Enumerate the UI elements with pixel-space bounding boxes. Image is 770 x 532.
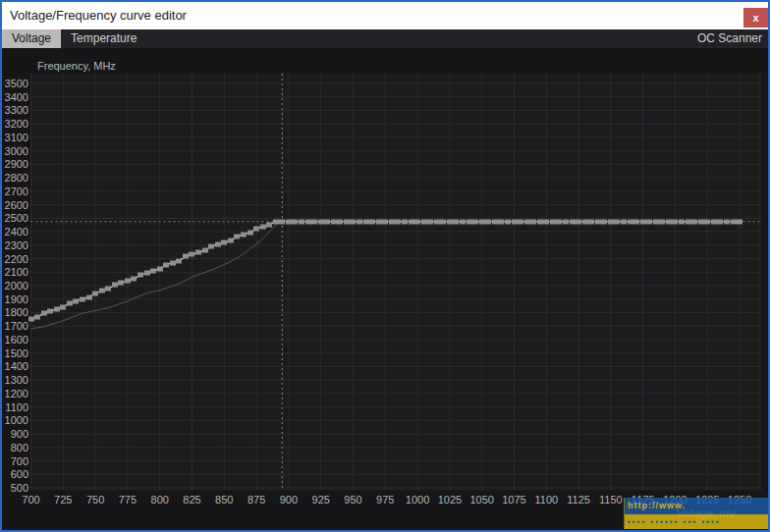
vf-curve-point[interactable] [582, 220, 588, 225]
vf-curve-point[interactable] [92, 292, 98, 296]
vf-curve-point[interactable] [118, 281, 124, 286]
vf-curve-point[interactable] [434, 220, 440, 225]
vf-curve-point[interactable] [691, 220, 697, 225]
vf-curve-point[interactable] [60, 305, 66, 310]
vf-curve-point[interactable] [99, 289, 105, 293]
vf-curve-point[interactable] [498, 220, 504, 225]
vf-curve-point[interactable] [183, 254, 189, 259]
vf-curve-point[interactable] [318, 220, 324, 225]
vf-curve-point[interactable] [601, 220, 607, 225]
vf-curve-point[interactable] [550, 220, 556, 225]
close-button[interactable]: x [743, 8, 768, 27]
vf-curve-point[interactable] [363, 220, 369, 225]
vf-curve-point[interactable] [253, 227, 259, 232]
vf-curve-point[interactable] [524, 220, 530, 225]
vf-curve-point[interactable] [711, 220, 717, 225]
vf-curve-point[interactable] [202, 248, 208, 253]
vf-curve-point[interactable] [337, 220, 343, 225]
vf-curve-point[interactable] [138, 273, 143, 278]
vf-curve-point[interactable] [614, 220, 620, 225]
vf-curve-point[interactable] [112, 283, 118, 288]
vf-curve-point[interactable] [279, 220, 285, 225]
vf-curve-point[interactable] [221, 240, 227, 245]
vf-curve-point[interactable] [472, 220, 478, 225]
vf-curve-point[interactable] [576, 220, 581, 225]
vf-curve-point[interactable] [273, 220, 279, 225]
vf-curve-point[interactable] [228, 239, 234, 243]
vf-curve-point[interactable] [518, 220, 523, 225]
vf-curve-point[interactable] [305, 220, 311, 225]
vf-curve-point[interactable] [170, 261, 176, 266]
vf-curve-point[interactable] [479, 220, 485, 225]
vf-curve-point[interactable] [248, 231, 253, 236]
vf-curve-point[interactable] [176, 259, 182, 264]
vf-curve-point[interactable] [737, 220, 742, 225]
vf-curve-point[interactable] [530, 220, 536, 225]
vf-curve-point[interactable] [608, 220, 614, 225]
vf-curve-point[interactable] [686, 220, 691, 225]
vf-curve-point[interactable] [350, 220, 356, 225]
vf-curve-point[interactable] [414, 220, 420, 225]
vf-curve-point[interactable] [492, 220, 498, 225]
vf-curve-point[interactable] [640, 220, 646, 225]
vf-curve-point[interactable] [672, 220, 678, 225]
vf-curve-point[interactable] [234, 235, 240, 239]
vf-curve-point[interactable] [150, 269, 156, 274]
vf-curve-point[interactable] [646, 220, 652, 225]
tab-temperature[interactable]: Temperature [61, 29, 146, 48]
vf-curve-point[interactable] [633, 220, 639, 225]
vf-curve-point[interactable] [679, 220, 685, 225]
vf-curve-point[interactable] [311, 220, 317, 225]
plot-area[interactable]: 5006007008009001000110012001300140015001… [2, 48, 768, 530]
vf-curve-point[interactable] [73, 299, 79, 304]
vf-curve-point[interactable] [724, 220, 730, 225]
vf-curve-point[interactable] [86, 295, 92, 300]
vf-curve-point[interactable] [653, 220, 659, 225]
vf-curve-point[interactable] [512, 220, 518, 225]
vf-curve-point[interactable] [105, 287, 111, 292]
vf-curve-point[interactable] [402, 220, 408, 225]
vf-curve-point[interactable] [266, 223, 272, 228]
oc-scanner-button[interactable]: OC Scanner [691, 29, 768, 48]
vf-curve-point[interactable] [440, 220, 446, 225]
vf-curve-point[interactable] [324, 220, 330, 225]
vf-curve-point[interactable] [125, 279, 131, 284]
vf-curve-point[interactable] [80, 297, 85, 302]
vf-curve-point[interactable] [331, 220, 337, 225]
vf-curve-point[interactable] [389, 220, 395, 225]
vf-curve-point[interactable] [144, 271, 150, 276]
vf-curve-point[interactable] [369, 220, 375, 225]
tab-voltage[interactable]: Voltage [2, 29, 61, 48]
vf-curve-point[interactable] [189, 252, 194, 257]
vf-curve-point[interactable] [395, 220, 401, 225]
vf-curve-point[interactable] [543, 220, 549, 225]
vf-curve-point[interactable] [704, 220, 710, 225]
vf-curve-point[interactable] [537, 220, 543, 225]
vf-curve-point[interactable] [357, 220, 362, 225]
vf-curve-point[interactable] [215, 242, 221, 247]
vf-curve-point[interactable] [376, 220, 382, 225]
vf-curve-point[interactable] [570, 220, 576, 225]
vf-curve-point[interactable] [409, 220, 414, 225]
vf-curve-point[interactable] [556, 220, 562, 225]
vf-curve-point[interactable] [731, 220, 737, 225]
titlebar[interactable]: Voltage/Frequency curve editor x [2, 2, 768, 29]
vf-curve-point[interactable] [67, 301, 73, 306]
vf-curve-point[interactable] [241, 233, 247, 238]
vf-curve-point[interactable] [382, 220, 388, 225]
vf-curve-point[interactable] [157, 267, 163, 272]
vf-curve-point[interactable] [563, 220, 569, 225]
vf-curve-point[interactable] [208, 244, 214, 249]
vf-curve-chart[interactable]: Frequency, MHz 5006007008009001000110012… [2, 48, 768, 530]
vf-curve-point[interactable] [666, 220, 672, 225]
vf-curve-point[interactable] [28, 317, 34, 322]
vf-curve-point[interactable] [34, 315, 40, 320]
vf-curve-point[interactable] [621, 220, 627, 225]
vf-curve-point[interactable] [628, 220, 633, 225]
vf-curve-point[interactable] [595, 220, 601, 225]
vf-curve-point[interactable] [588, 220, 594, 225]
vf-curve-point[interactable] [131, 277, 137, 282]
vf-curve-point[interactable] [163, 263, 169, 268]
vf-curve-point[interactable] [286, 220, 292, 225]
vf-curve-point[interactable] [195, 250, 201, 255]
